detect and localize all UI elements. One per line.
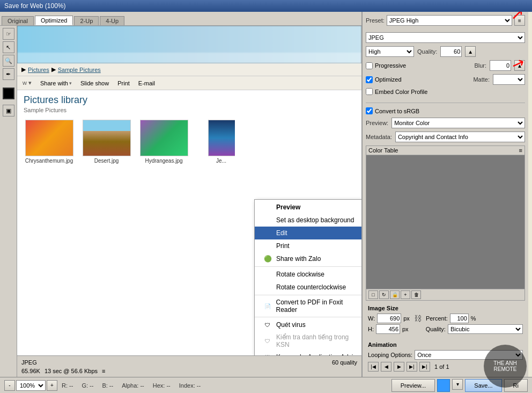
resample-select[interactable]: Bicubic Bilinear Nearest Neighbor: [448, 324, 523, 334]
ct-btn-4[interactable]: +: [401, 290, 410, 299]
hand-tool[interactable]: ☞: [3, 28, 14, 40]
ctx-rotate-cw-label: Rotate clockwise: [276, 271, 324, 278]
eyedropper-tool[interactable]: ✒: [3, 68, 14, 80]
print-label: Print: [117, 80, 130, 86]
metadata-select[interactable]: Copyright and Contact Info None All: [395, 132, 525, 142]
optimized-checkbox[interactable]: [366, 76, 373, 83]
optimized-check-row: Optimized: [366, 76, 470, 83]
color-settings-arrow-btn[interactable]: ▾: [452, 379, 463, 390]
bottom-bar: - 100% 50% 200% + R: -- G: -- B: -- Alph…: [0, 377, 532, 393]
ctx-convert-pdf[interactable]: 📄 Convert to PDF in Foxit Reader: [255, 296, 361, 316]
blur-up-btn[interactable]: ▲: [514, 60, 525, 71]
ctx-preview[interactable]: Preview: [255, 201, 361, 214]
share-with-btn[interactable]: Share with ▾: [38, 79, 74, 87]
tab-2up[interactable]: 2-Up: [74, 16, 99, 25]
breadcrumb: ▶ Pictures ▶ Sample Pictures: [17, 63, 361, 76]
percent-label: Percent:: [426, 315, 448, 322]
ctx-kaspersky-advisor[interactable]: 🛡 Kaspersky Application Advisor: [255, 351, 361, 355]
tab-4up[interactable]: 4-Up: [100, 16, 124, 25]
looping-label: Looping Options:: [368, 352, 412, 358]
embed-color-checkbox[interactable]: [366, 88, 373, 95]
quality-preset-select[interactable]: High Medium Low: [366, 46, 414, 57]
nav-first[interactable]: |◀: [368, 362, 379, 372]
embed-color-label: Embed Color Profile: [375, 89, 427, 95]
embed-color-row: Embed Color Profile: [366, 88, 525, 95]
matte-label: Matte:: [473, 76, 490, 83]
blur-input[interactable]: [490, 60, 511, 71]
breadcrumb-sep: ▶: [51, 66, 56, 73]
ctx-print[interactable]: Print: [255, 239, 361, 252]
index-value: Index: --: [179, 382, 201, 389]
preset-select[interactable]: JPEG High JPEG Medium JPEG Low: [387, 15, 512, 26]
preset-menu-btn[interactable]: ≡: [514, 15, 525, 26]
matte-select[interactable]: [493, 74, 525, 85]
height-label: H:: [368, 326, 374, 332]
zoom-in-btn[interactable]: +: [47, 380, 57, 391]
ctx-share-zalo[interactable]: 🟢 Share with Zalo: [255, 252, 361, 265]
hex-value: Hex: --: [153, 382, 171, 389]
progressive-checkbox[interactable]: [366, 62, 373, 69]
preview-select[interactable]: Monitor Color Internet Standard RGB: [391, 118, 525, 128]
breadcrumb-part2[interactable]: Sample Pictures: [58, 67, 101, 73]
ct-btn-1[interactable]: □: [368, 290, 378, 299]
breadcrumb-part1[interactable]: Pictures: [28, 67, 49, 73]
nav-next[interactable]: ▶|: [407, 362, 417, 372]
nav-play[interactable]: ▶: [394, 362, 404, 372]
email-btn[interactable]: E-mail: [136, 79, 157, 87]
status-time: 13 sec @ 56.6 Kbps: [45, 368, 98, 374]
ct-btn-3[interactable]: 🔒: [390, 290, 400, 299]
convert-srgb-label: Convert to sRGB: [375, 108, 419, 114]
zoom-out-btn[interactable]: -: [4, 380, 15, 391]
thumbnail-hydrangeas[interactable]: Hydrangeas.jpg: [138, 120, 189, 164]
width-input[interactable]: [377, 314, 401, 323]
convert-srgb-checkbox[interactable]: [366, 107, 373, 114]
zoom-tool[interactable]: 🔍: [3, 55, 14, 67]
image-size-section: Image Size W: px ⛓ Percent: % H: px Qual…: [366, 303, 525, 337]
ctx-rotate-cw[interactable]: Rotate clockwise: [255, 268, 361, 281]
zoom-select[interactable]: 100% 50% 200%: [16, 380, 46, 391]
color-swatch[interactable]: [3, 88, 14, 99]
ctx-edit[interactable]: Edit: [255, 227, 361, 239]
nav-prev[interactable]: ◀: [381, 362, 391, 372]
thumbnails-grid: Chrysanthemum.jpg Desert.jpg: [24, 120, 355, 164]
nav-last[interactable]: ▶|: [419, 362, 430, 372]
ctx-share-zalo-label: Share with Zalo: [276, 255, 321, 263]
thumbnail-chrysanthemum[interactable]: Chrysanthemum.jpg: [24, 120, 75, 164]
ctx-rotate-ccw[interactable]: Rotate counterclockwise: [255, 281, 361, 294]
thumbnail-desert[interactable]: Desert.jpg: [81, 120, 132, 164]
library-subtitle: Sample Pictures: [24, 107, 355, 113]
status-icon[interactable]: ≡: [102, 368, 105, 374]
ct-btn-5[interactable]: 🗑: [411, 290, 421, 299]
select-tool[interactable]: ↖: [3, 41, 14, 53]
canvas-tabs: Original Optimized 2-Up 4-Up: [0, 12, 361, 26]
thumbnail-jellyfish[interactable]: Je...: [196, 120, 247, 164]
preview-btn[interactable]: Preview...: [391, 379, 435, 392]
right-panel: Preset: JPEG High JPEG Medium JPEG Low ≡…: [362, 12, 528, 377]
status-bar: JPEG 60 quality 65.96K 13 sec @ 56.6 Kbp…: [17, 355, 361, 377]
ctx-virus-icon: 🛡: [263, 321, 272, 329]
percent-unit: %: [471, 315, 476, 322]
percent-input[interactable]: [450, 314, 469, 323]
height-input[interactable]: [376, 324, 400, 334]
file-browser: ▶ Pictures ▶ Sample Pictures w ▾ Share w…: [17, 63, 361, 355]
tab-original[interactable]: Original: [2, 16, 34, 25]
color-settings-btn[interactable]: [437, 379, 450, 392]
ctx-scan-virus[interactable]: 🛡 Quét virus: [255, 318, 361, 331]
ct-btn-2[interactable]: ↻: [379, 290, 389, 299]
ctx-set-desktop[interactable]: Set as desktop background: [255, 214, 361, 227]
progressive-check-row: Progressive: [366, 62, 471, 69]
color-table-content: [366, 155, 524, 289]
quality-input[interactable]: [440, 46, 462, 57]
embed-color-check-row: Embed Color Profile: [366, 88, 427, 95]
quality-up-btn[interactable]: ▲: [465, 46, 476, 57]
color-table-header: Color Table ≡: [366, 146, 524, 155]
color-table-menu-btn[interactable]: ≡: [519, 147, 522, 154]
print-btn[interactable]: Print: [115, 79, 132, 87]
tab-optimized[interactable]: Optimized: [35, 16, 73, 25]
ctx-kaspersky-icon: 🛡: [263, 353, 272, 355]
slideshow-btn[interactable]: Slide show: [78, 79, 111, 87]
format-select[interactable]: JPEG PNG GIF: [366, 32, 525, 43]
back-btn[interactable]: w ▾: [20, 79, 34, 87]
toggle-view[interactable]: ▣: [3, 105, 14, 117]
left-toolbar: ☞ ↖ 🔍 ✒ ▣: [0, 26, 17, 377]
